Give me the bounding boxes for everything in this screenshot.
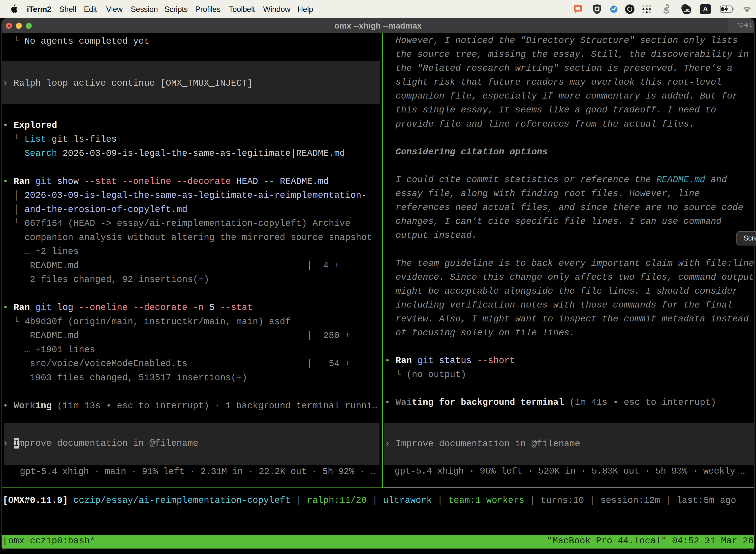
svg-text:..61: ..61 — [684, 8, 690, 12]
svg-text:1: 1 — [749, 22, 752, 27]
